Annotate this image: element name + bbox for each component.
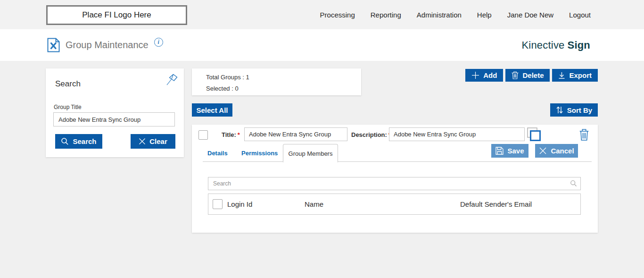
search-icon [61,137,69,145]
plus-icon [471,71,479,79]
brand-product: Sign [568,39,590,51]
select-all-button[interactable]: Select All [192,103,232,117]
group-maintenance-doc-icon [47,38,60,52]
summary-panel: Total Groups : 1 Selected : 0 [192,68,361,95]
export-button[interactable]: Export [552,69,598,82]
sort-by-label: Sort By [567,106,592,114]
sort-by-button[interactable]: Sort By [550,103,598,117]
nav-help[interactable]: Help [477,11,492,19]
description-label: Description:* [351,131,391,138]
save-button-label: Save [507,147,524,155]
info-icon[interactable]: i [154,38,163,47]
column-name: Name [305,194,323,214]
column-login-id: Login Id [227,194,252,214]
members-select-all-checkbox[interactable] [213,199,223,209]
nav-logout[interactable]: Logout [569,11,591,19]
copy-icon[interactable] [527,127,541,142]
tab-permissions[interactable]: Permissions [241,144,278,162]
search-button-label: Search [73,137,96,145]
group-title-label: Group Title [54,104,82,110]
group-title-input[interactable] [53,112,175,126]
group-tabs: Details Permissions Group Members [203,144,592,162]
page-title-group: Group Maintenance i [47,29,163,61]
add-button[interactable]: Add [465,69,503,82]
top-bar: Place FI Logo Here Processing Reporting … [0,0,644,29]
search-panel: Search Group Title Search [46,68,184,157]
tab-details[interactable]: Details [207,144,228,162]
group-maintenance-page: Place FI Logo Here Processing Reporting … [0,0,644,278]
nav-reporting[interactable]: Reporting [371,11,401,19]
members-search-input[interactable] [208,177,581,190]
tab-group-members[interactable]: Group Members [283,144,338,162]
floppy-save-icon [495,147,504,155]
brand-name: Kinective [521,39,564,51]
pin-icon[interactable] [165,73,178,87]
trash-icon [512,71,519,79]
title-label: Title:* [222,131,240,138]
total-groups-count: Total Groups : 1 [206,73,361,82]
cancel-button[interactable]: Cancel [535,144,578,158]
save-button[interactable]: Save [491,144,528,158]
selected-count: Selected : 0 [206,84,361,93]
fi-logo-placeholder: Place FI Logo Here [46,5,187,25]
description-label-text: Description: [351,131,387,138]
x-icon [139,138,146,145]
main-content: Search Group Title Search [0,61,644,278]
cancel-button-label: Cancel [551,147,574,155]
export-button-label: Export [569,71,592,79]
sort-arrows-icon [556,106,563,114]
group-toolbar: Add Delete [465,69,598,82]
row-trash-icon[interactable] [579,129,589,141]
group-row-card: Title:* Description:* [192,125,598,233]
cancel-x-icon [539,147,547,155]
title-label-text: Title: [222,131,236,138]
nav-administration[interactable]: Administration [417,11,462,19]
add-button-label: Add [483,71,497,79]
delete-button-label: Delete [522,71,544,79]
download-icon [558,72,565,79]
search-panel-title: Search [55,79,81,89]
members-search-icon [570,180,577,187]
clear-button-label: Clear [149,137,167,145]
brand-logo: Kinective Sign [521,29,590,61]
group-title-field[interactable] [244,127,347,141]
title-required-marker: * [238,131,240,138]
members-table-header: Login Id Name Default Sender's Email [208,194,581,215]
top-navigation: Processing Reporting Administration Help… [320,0,591,29]
delete-button[interactable]: Delete [505,69,550,82]
search-button[interactable]: Search [55,134,102,149]
select-all-label: Select All [197,106,228,114]
page-title: Group Maintenance [66,40,149,51]
group-description-field[interactable] [389,127,525,141]
column-default-senders-email: Default Sender's Email [460,194,532,214]
page-header: Group Maintenance i Kinective Sign [0,29,644,61]
clear-button[interactable]: Clear [131,134,175,149]
nav-user-name[interactable]: Jane Doe New [507,11,553,19]
group-row-checkbox[interactable] [198,130,208,140]
nav-processing[interactable]: Processing [320,11,355,19]
